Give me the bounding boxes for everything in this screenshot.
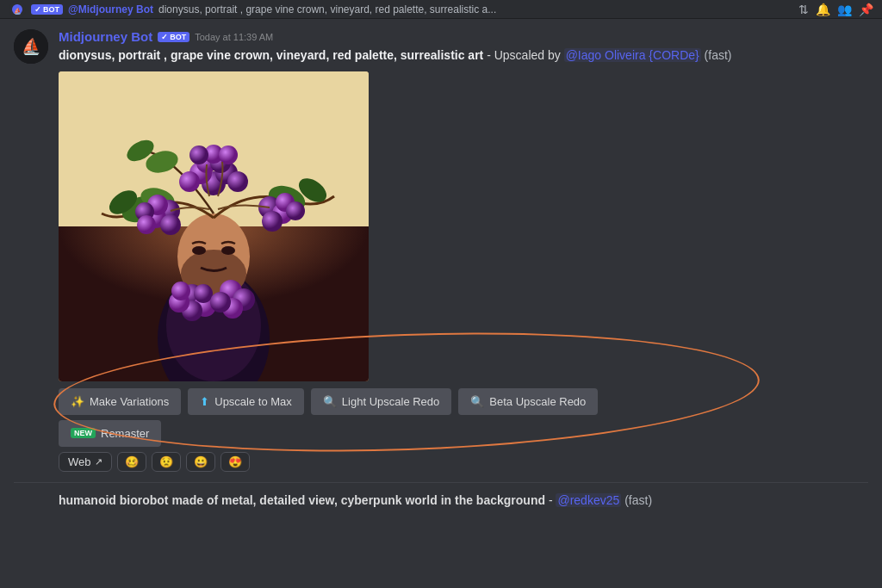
- image-container: [59, 71, 868, 381]
- upscale-to-max-button[interactable]: ⬆ Upscale to Max: [188, 388, 304, 415]
- prompt-text: dionysus, portrait , grape vine crown, v…: [59, 48, 483, 62]
- beta-upscale-icon: 🔍: [470, 395, 484, 408]
- reaction-woozy[interactable]: 🥴: [117, 452, 146, 472]
- top-bar-icons: ⇅ 🔔 👥 📌: [798, 3, 873, 16]
- badge-label: BOT: [170, 33, 186, 41]
- upscale-max-icon: ⬆: [200, 395, 209, 408]
- new-badge: NEW: [71, 428, 96, 438]
- message-content: Midjourney Bot ✓ BOT Today at 11:39 AM d…: [59, 29, 868, 472]
- next-prompt-text: humanoid biorobot made of metal, detaile…: [59, 493, 545, 507]
- svg-point-12: [192, 246, 206, 255]
- make-variations-icon: ✨: [71, 395, 84, 408]
- top-bar-checkmark: ✓: [34, 5, 41, 14]
- upscale-to-max-label: Upscale to Max: [214, 395, 292, 408]
- light-upscale-redo-label: Light Upscale Redo: [342, 395, 439, 408]
- svg-point-46: [194, 284, 213, 303]
- bot-badge: ✓ BOT: [158, 32, 189, 42]
- svg-point-36: [137, 215, 156, 234]
- next-message-text: humanoid biorobot made of metal, detaile…: [59, 493, 868, 507]
- top-bar-prompt: dionysus, portrait , grape vine crown, v…: [158, 3, 793, 15]
- web-label: Web: [68, 455, 91, 468]
- top-bar-username: @Midjourney Bot: [68, 3, 153, 15]
- heart-eyes-emoji: 😍: [228, 455, 242, 468]
- action-buttons-row-2: NEW Remaster: [59, 420, 868, 447]
- badge-checkmark: ✓: [161, 33, 168, 41]
- next-speed-tag: (fast): [624, 493, 652, 507]
- pin-icon[interactable]: 📌: [859, 3, 873, 16]
- svg-point-33: [160, 214, 181, 235]
- light-upscale-icon: 🔍: [323, 395, 337, 408]
- reaction-heart-eyes[interactable]: 😍: [220, 452, 250, 472]
- top-bar-avatar: ⛵: [9, 1, 26, 18]
- sort-icon[interactable]: ⇅: [798, 3, 809, 16]
- light-upscale-redo-button[interactable]: 🔍 Light Upscale Redo: [311, 388, 451, 415]
- sender-name: Midjourney Bot: [59, 29, 152, 44]
- top-bar-bot-label: BOT: [43, 5, 59, 14]
- reaction-worried[interactable]: 😟: [152, 452, 181, 472]
- beta-upscale-redo-button[interactable]: 🔍 Beta Upscale Redo: [458, 388, 598, 415]
- timestamp: Today at 11:39 AM: [195, 32, 273, 42]
- svg-point-25: [227, 171, 248, 192]
- remaster-button[interactable]: NEW Remaster: [59, 420, 161, 447]
- svg-point-47: [171, 282, 190, 300]
- message-header: Midjourney Bot ✓ BOT Today at 11:39 AM: [59, 29, 868, 44]
- svg-point-30: [219, 145, 238, 164]
- message-text: dionysus, portrait , grape vine crown, v…: [59, 47, 868, 65]
- svg-point-39: [262, 211, 283, 232]
- action-buttons-row-1: ✨ Make Variations ⬆ Upscale to Max 🔍 Lig…: [59, 388, 868, 415]
- beta-upscale-redo-label: Beta Upscale Redo: [489, 395, 586, 408]
- worried-emoji: 😟: [159, 455, 173, 468]
- reactions-row: Web ↗ 🥴 😟 😀 😍: [59, 452, 868, 472]
- speed-tag: (fast): [705, 48, 732, 62]
- user-mention[interactable]: @Iago Oliveira {CORDe}: [564, 48, 701, 62]
- ai-image: [59, 71, 369, 381]
- make-variations-button[interactable]: ✨ Make Variations: [59, 388, 181, 415]
- message-container: ⛵ Midjourney Bot ✓ BOT Today at 11:39 AM…: [0, 19, 882, 482]
- top-bar: ⛵ ✓ BOT @Midjourney Bot dionysus, portra…: [0, 0, 882, 19]
- svg-point-29: [189, 145, 208, 164]
- grinning-emoji: 😀: [194, 455, 208, 468]
- portrait-svg: [59, 71, 369, 381]
- svg-text:⛵: ⛵: [22, 37, 41, 56]
- svg-text:⛵: ⛵: [14, 6, 22, 14]
- svg-point-13: [221, 246, 235, 255]
- svg-point-51: [210, 292, 231, 313]
- members-icon[interactable]: 👥: [837, 3, 852, 16]
- web-button[interactable]: Web ↗: [59, 452, 112, 472]
- svg-point-24: [179, 171, 200, 192]
- next-user-mention[interactable]: @redkev25: [556, 493, 621, 507]
- reaction-grinning[interactable]: 😀: [186, 452, 215, 472]
- bell-icon[interactable]: 🔔: [816, 3, 830, 16]
- woozy-emoji: 🥴: [125, 455, 139, 468]
- make-variations-label: Make Variations: [90, 395, 169, 408]
- upscaled-by-text: - Upscaled by: [487, 48, 561, 62]
- remaster-label: Remaster: [101, 427, 149, 440]
- svg-point-41: [286, 201, 305, 220]
- top-bar-bot-badge: ✓ BOT: [31, 4, 63, 15]
- external-link-icon: ↗: [95, 456, 102, 467]
- avatar: ⛵: [14, 29, 48, 64]
- next-message: humanoid biorobot made of metal, detaile…: [0, 483, 882, 517]
